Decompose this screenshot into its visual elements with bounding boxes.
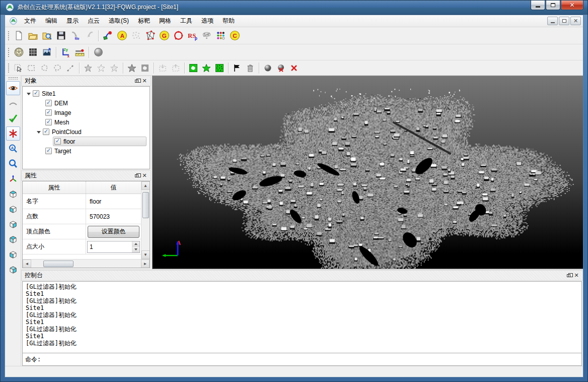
point-size-value[interactable]: 1 xyxy=(88,241,132,252)
circle-o-button[interactable] xyxy=(171,29,185,42)
scroll-right-button[interactable]: ► xyxy=(141,260,150,268)
column-header-property[interactable]: 属性 xyxy=(23,181,86,194)
green-grid-button[interactable] xyxy=(213,62,226,74)
tree-item-site1[interactable]: Site1 xyxy=(23,89,150,98)
image-button[interactable] xyxy=(40,46,54,59)
objects-close-button[interactable]: ✕ xyxy=(140,77,149,85)
export-file-button[interactable] xyxy=(82,29,96,42)
scroll-thumb[interactable] xyxy=(43,261,74,267)
checkbox-checked-icon[interactable] xyxy=(45,148,52,154)
checkbox-checked-icon[interactable] xyxy=(43,129,49,135)
cube-left-button[interactable] xyxy=(6,232,20,246)
viewport-3d[interactable] xyxy=(152,76,583,269)
checkbox-checked-icon[interactable] xyxy=(54,138,61,145)
menu-help[interactable]: 帮助 xyxy=(218,15,239,27)
sphere-button[interactable] xyxy=(91,46,105,59)
scatter-button[interactable] xyxy=(199,29,213,42)
mesh-button[interactable] xyxy=(143,29,157,42)
line-select-button[interactable] xyxy=(64,62,77,74)
tree-item-dem[interactable]: DEM xyxy=(23,98,150,108)
grid-button[interactable] xyxy=(26,46,40,59)
star-select-2-button[interactable] xyxy=(95,62,108,74)
console-float-button[interactable] xyxy=(564,272,572,279)
toolbar-grip[interactable] xyxy=(8,31,10,41)
menu-edit[interactable]: 编辑 xyxy=(41,15,62,27)
menu-options[interactable]: 选项 xyxy=(197,15,218,27)
rect-select-button[interactable] xyxy=(25,62,38,74)
view-eye-button[interactable] xyxy=(6,81,20,95)
sphere-remove-button[interactable] xyxy=(274,62,287,74)
mdi-close-button[interactable]: ✕ xyxy=(570,17,581,25)
tree-item-target[interactable]: Target xyxy=(23,146,150,156)
scroll-thumb[interactable] xyxy=(142,192,149,218)
zoom-button[interactable] xyxy=(6,157,20,171)
toolbar-grip[interactable] xyxy=(8,63,10,73)
properties-close-button[interactable]: ✕ xyxy=(140,172,149,179)
circle-g-button[interactable]: G xyxy=(157,29,171,42)
save-button[interactable] xyxy=(54,29,68,42)
cube-top-button[interactable] xyxy=(6,202,20,216)
spin-down-button[interactable] xyxy=(132,247,139,252)
lasso-select-button[interactable] xyxy=(51,62,64,74)
expander-icon[interactable] xyxy=(37,131,41,134)
tree-item-pointcloud[interactable]: PointCloud xyxy=(23,127,150,137)
marker-button[interactable] xyxy=(6,126,20,141)
geosphere-button[interactable] xyxy=(12,46,26,59)
rsp-button[interactable]: RSp xyxy=(185,29,199,42)
axes-button[interactable] xyxy=(6,172,20,186)
menu-tools[interactable]: 工具 xyxy=(176,15,197,27)
flag-button[interactable] xyxy=(231,62,244,74)
menu-select[interactable]: 选取(S) xyxy=(104,15,133,27)
mdi-restore-button[interactable] xyxy=(559,17,569,25)
circle-a-button[interactable]: A xyxy=(115,29,129,42)
trajectory-button[interactable] xyxy=(101,29,115,42)
green-region-button[interactable] xyxy=(187,62,200,74)
set-color-button[interactable]: 设置颜色 xyxy=(88,226,139,238)
axes-zyx-button[interactable]: Zyx xyxy=(58,46,72,59)
star-select-3-button[interactable] xyxy=(108,62,121,74)
confirm-button[interactable] xyxy=(6,111,20,125)
menu-mesh[interactable]: 网格 xyxy=(155,15,176,27)
command-input[interactable]: 命令: xyxy=(22,353,582,366)
open-project-button[interactable] xyxy=(40,29,54,42)
delete-trash-button[interactable] xyxy=(244,62,257,74)
toolbar-grip[interactable] xyxy=(8,77,18,80)
open-file-button[interactable] xyxy=(26,29,40,42)
ruler-button[interactable] xyxy=(72,46,87,59)
cube-right-button[interactable] xyxy=(6,247,20,262)
tree-item-image[interactable]: Image xyxy=(23,108,150,117)
star-select-1-button[interactable] xyxy=(82,62,95,74)
zoom-text-button[interactable]: A xyxy=(6,142,20,156)
properties-float-button[interactable] xyxy=(132,172,140,179)
viewport-canvas[interactable] xyxy=(153,76,583,269)
property-value[interactable]: floor xyxy=(86,194,141,209)
minimize-button[interactable] xyxy=(531,1,545,10)
checkbox-checked-icon[interactable] xyxy=(45,119,52,125)
point-size-spinner[interactable]: 1 xyxy=(87,241,140,253)
cube-front-button[interactable] xyxy=(6,217,20,231)
pick-arrow-button[interactable] xyxy=(12,62,25,74)
color-grid-button[interactable] xyxy=(213,29,228,42)
properties-vscrollbar[interactable]: ▲ ▼ xyxy=(141,181,150,259)
console-close-button[interactable]: ✕ xyxy=(572,272,580,279)
pointcloud-gray-button[interactable] xyxy=(129,29,143,42)
checkbox-checked-icon[interactable] xyxy=(45,100,52,106)
tree-item-mesh[interactable]: Mesh xyxy=(23,117,150,127)
region-blob-button[interactable] xyxy=(138,62,152,74)
menu-pointcloud[interactable]: 点云 xyxy=(83,15,104,27)
menu-target[interactable]: 标靶 xyxy=(133,15,155,27)
checkbox-checked-icon[interactable] xyxy=(33,90,39,97)
box-out-button[interactable] xyxy=(169,62,182,74)
box-in-button[interactable] xyxy=(156,62,169,74)
new-file-button[interactable] xyxy=(12,29,26,42)
star-solid-button[interactable] xyxy=(125,62,138,74)
maximize-button[interactable] xyxy=(546,1,560,10)
polygon-select-button[interactable] xyxy=(38,62,51,74)
sphere-shade-button[interactable] xyxy=(261,62,274,74)
column-header-value[interactable]: 值 xyxy=(86,181,141,194)
arc-tool-button[interactable] xyxy=(6,96,20,110)
objects-float-button[interactable] xyxy=(132,77,140,85)
scroll-up-button[interactable]: ▲ xyxy=(141,181,150,190)
cancel-x-button[interactable] xyxy=(287,62,301,74)
spin-up-button[interactable] xyxy=(132,241,139,247)
